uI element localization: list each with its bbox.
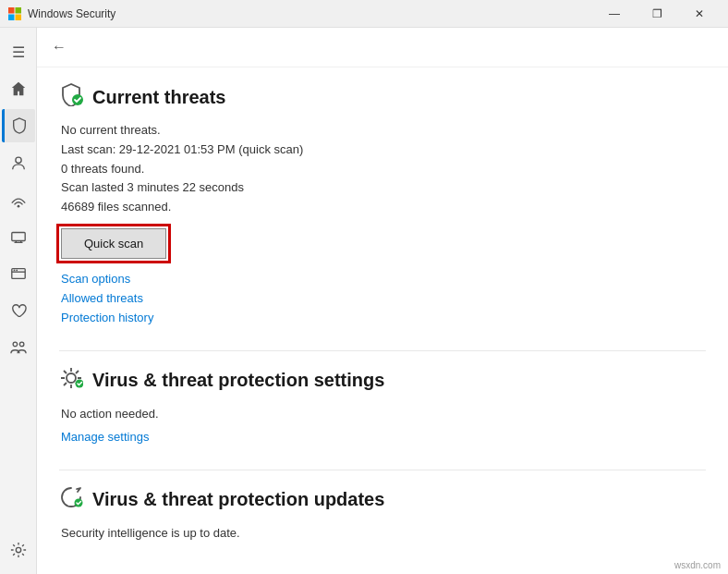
minimize-button[interactable]: — xyxy=(593,0,636,28)
protection-updates-icon xyxy=(59,485,83,515)
svg-rect-2 xyxy=(8,14,15,20)
window-title: Windows Security xyxy=(28,7,593,20)
svg-point-9 xyxy=(16,270,18,272)
close-button[interactable]: ✕ xyxy=(678,0,721,28)
maximize-button[interactable]: ❐ xyxy=(636,0,678,28)
current-threats-line-4: 46689 files scanned. xyxy=(61,198,706,217)
protection-updates-body: Security intelligence is up to date. xyxy=(59,524,706,543)
current-threats-line-0: No current threats. xyxy=(61,121,706,140)
svg-point-8 xyxy=(13,270,15,272)
protection-history-link[interactable]: Protection history xyxy=(61,311,706,324)
svg-point-15 xyxy=(76,379,84,387)
sidebar-item-account[interactable] xyxy=(2,146,35,179)
quick-scan-button[interactable]: Quick scan xyxy=(61,228,166,259)
content-area: Current threats No current threats. Last… xyxy=(37,67,728,574)
svg-point-12 xyxy=(16,547,20,552)
section-header-current-threats: Current threats xyxy=(59,82,706,112)
watermark: wsxdn.com xyxy=(674,560,721,570)
protection-updates-line-0: Security intelligence is up to date. xyxy=(61,524,706,543)
scan-options-link[interactable]: Scan options xyxy=(61,272,706,286)
sidebar-item-family[interactable] xyxy=(2,331,35,364)
sidebar-item-health[interactable] xyxy=(2,294,35,327)
section-current-threats: Current threats No current threats. Last… xyxy=(59,82,706,324)
protection-settings-title: Virus & threat protection settings xyxy=(92,370,384,391)
svg-point-4 xyxy=(15,157,20,163)
current-threats-title: Current threats xyxy=(92,87,225,108)
main-content: ← Current threats No current threa xyxy=(37,28,728,574)
back-button[interactable]: ← xyxy=(52,39,67,55)
current-threats-line-2: 0 threats found. xyxy=(61,160,706,179)
title-bar: Windows Security — ❐ ✕ xyxy=(0,0,728,28)
sidebar-item-menu[interactable]: ☰ xyxy=(2,35,35,68)
app-icon xyxy=(7,6,22,21)
sidebar-item-device[interactable] xyxy=(2,220,35,253)
sidebar-item-shield[interactable] xyxy=(2,109,35,142)
sidebar: ☰ xyxy=(0,28,37,574)
sidebar-item-app[interactable] xyxy=(2,257,35,290)
current-threats-icon xyxy=(59,82,83,112)
sidebar-item-network[interactable] xyxy=(2,183,35,216)
current-threats-line-1: Last scan: 29-12-2021 01:53 PM (quick sc… xyxy=(61,140,706,160)
protection-settings-body: No action needed. Manage settings xyxy=(59,405,706,444)
svg-point-14 xyxy=(67,373,76,383)
svg-point-10 xyxy=(13,342,18,347)
section-header-protection-updates: Virus & threat protection updates xyxy=(59,485,706,515)
svg-rect-1 xyxy=(16,7,22,14)
sidebar-item-home[interactable] xyxy=(2,72,35,105)
sidebar-item-settings[interactable] xyxy=(2,533,35,567)
app-body: ☰ xyxy=(0,28,728,574)
section-protection-updates: Virus & threat protection updates Securi… xyxy=(59,485,706,543)
current-threats-line-3: Scan lasted 3 minutes 22 seconds xyxy=(61,178,706,198)
protection-updates-title: Virus & threat protection updates xyxy=(92,489,384,510)
back-bar: ← xyxy=(37,28,728,67)
divider-1 xyxy=(59,350,706,351)
divider-2 xyxy=(59,470,706,470)
section-protection-settings: Virus & threat protection settings No ac… xyxy=(59,366,706,444)
window-controls: — ❐ ✕ xyxy=(593,0,721,28)
svg-point-5 xyxy=(17,205,19,208)
manage-settings-link[interactable]: Manage settings xyxy=(61,430,706,444)
svg-rect-6 xyxy=(11,233,24,241)
section-header-protection-settings: Virus & threat protection settings xyxy=(59,366,706,396)
svg-rect-3 xyxy=(16,14,22,20)
protection-settings-icon xyxy=(59,366,83,396)
current-threats-body: No current threats. Last scan: 29-12-202… xyxy=(59,121,706,324)
svg-rect-0 xyxy=(8,7,15,14)
allowed-threats-link[interactable]: Allowed threats xyxy=(61,291,706,305)
svg-point-11 xyxy=(19,342,24,347)
protection-settings-line-0: No action needed. xyxy=(61,405,706,424)
